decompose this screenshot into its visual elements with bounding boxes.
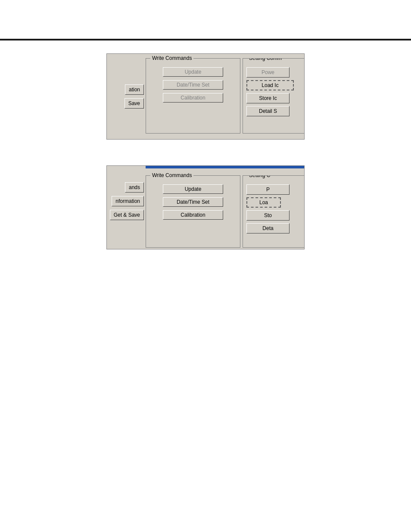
panel-2-detail-button[interactable]: Deta	[246, 223, 290, 233]
panel-1-screenshot: ation Save Write Commands Update Date/Ti…	[106, 53, 305, 140]
page-container: ation Save Write Commands Update Date/Ti…	[0, 39, 411, 532]
panel-1-save-button[interactable]: Save	[125, 98, 144, 109]
panel-1-write-commands-group: Write Commands Update Date/Time Set Cali…	[146, 58, 240, 134]
panel-1-load-button[interactable]: Load Ic	[246, 80, 294, 90]
panel-2-power-button[interactable]: P	[246, 184, 290, 195]
panel-2-setting-commands-label: Setting C	[247, 175, 272, 178]
panel-2-load-button[interactable]: Loa	[246, 197, 281, 208]
panel-1-detail-button[interactable]: Detail S	[246, 106, 290, 116]
panel-2-setting-buttons: P Loa Sto Deta	[243, 176, 305, 233]
panel-1-setting-commands-group: Setting Comm Powe Load Ic Store Ic Detai…	[243, 58, 305, 134]
panel-1-datetime-button[interactable]: Date/Time Set	[163, 80, 223, 90]
panel-2-calibration-button[interactable]: Calibration	[163, 210, 223, 220]
panel-1-ation-button[interactable]: ation	[125, 84, 144, 95]
panel-2-inner: ands nformation Get & Save Write Command…	[107, 166, 304, 249]
panel-1-setting-commands-label: Setting Comm	[247, 58, 283, 61]
panel-2-store-button[interactable]: Sto	[246, 210, 290, 221]
panel-1-write-commands-label: Write Commands	[150, 55, 193, 61]
panel-2-write-commands-buttons: Update Date/Time Set Calibration	[146, 176, 240, 220]
panels-wrapper: ation Save Write Commands Update Date/Ti…	[0, 40, 411, 249]
panel-1-update-button[interactable]: Update	[163, 67, 223, 77]
panel-2-ands-button[interactable]: ands	[125, 182, 144, 193]
panel-2-getsave-button[interactable]: Get & Save	[110, 210, 144, 220]
panel-1-power-button[interactable]: Powe	[246, 67, 290, 78]
panel-2-setting-commands-group: Setting C P Loa Sto Deta	[243, 175, 305, 248]
panel-1-left-section: ation Save	[107, 54, 146, 139]
panel-2-information-button[interactable]: nformation	[112, 196, 144, 206]
panel-1-inner: ation Save Write Commands Update Date/Ti…	[107, 54, 304, 139]
panel-2-screenshot: ands nformation Get & Save Write Command…	[106, 165, 305, 249]
panel-2-write-commands-group: Write Commands Update Date/Time Set Cali…	[146, 175, 240, 248]
panel-2-update-button[interactable]: Update	[163, 184, 223, 194]
panel-2-write-commands-label: Write Commands	[150, 172, 193, 178]
panel-2-left-section: ands nformation Get & Save	[107, 166, 146, 249]
panel-1-setting-buttons: Powe Load Ic Store Ic Detail S	[243, 59, 305, 116]
panel-1-store-button[interactable]: Store Ic	[246, 93, 290, 103]
panel-1-calibration-button[interactable]: Calibration	[163, 93, 223, 103]
panel-2-datetime-button[interactable]: Date/Time Set	[163, 197, 223, 207]
panel-1-write-commands-buttons: Update Date/Time Set Calibration	[146, 59, 240, 103]
